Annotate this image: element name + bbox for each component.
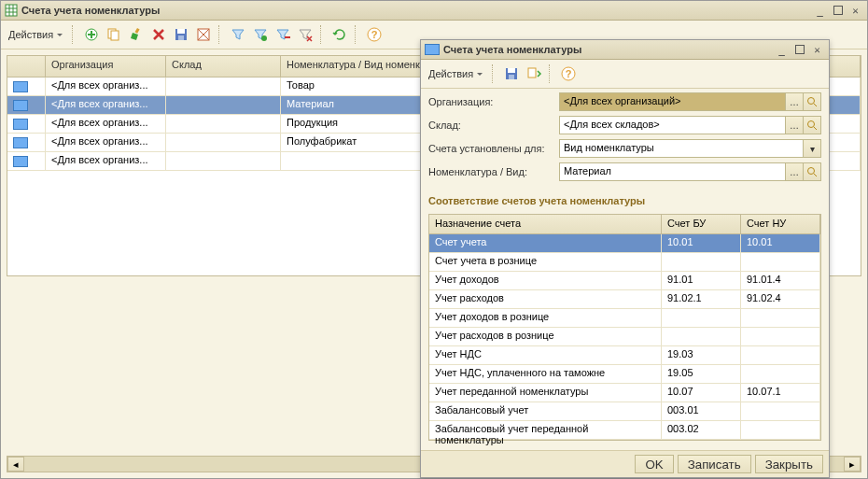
dlg-actions-menu[interactable]: Действия bbox=[425, 63, 486, 84]
svg-rect-4 bbox=[111, 31, 119, 40]
accounts-body[interactable]: Счет учета10.0110.01Счет учета в рознице… bbox=[429, 234, 820, 440]
cell-org: <Для всех организ... bbox=[46, 152, 166, 171]
nom-select-button[interactable]: … bbox=[786, 162, 804, 181]
nom-field[interactable]: Материал bbox=[559, 162, 786, 181]
row-icon bbox=[13, 137, 28, 148]
col-purpose[interactable]: Назначение счета bbox=[429, 215, 662, 233]
cell-org: <Для всех организ... bbox=[46, 115, 166, 134]
account-row[interactable]: Учет расходов91.02.191.02.4 bbox=[429, 290, 820, 309]
accounts-header: Назначение счета Счет БУ Счет НУ bbox=[429, 215, 820, 234]
help-icon[interactable]: ? bbox=[365, 24, 384, 45]
account-row[interactable]: Учет переданной номенклатуры10.0710.07.1 bbox=[429, 384, 820, 402]
dlg-footer: OK Записать Закрыть bbox=[421, 450, 829, 477]
account-row[interactable]: Учет доходов91.0191.01.4 bbox=[429, 272, 820, 290]
account-row[interactable]: Учет доходов в рознице bbox=[429, 309, 820, 328]
close-button[interactable]: ✕ bbox=[847, 4, 863, 18]
table-icon bbox=[5, 4, 18, 17]
dlg-minimize-button[interactable]: _ bbox=[774, 43, 790, 57]
svg-rect-7 bbox=[177, 29, 185, 34]
org-select-button[interactable]: … bbox=[786, 92, 804, 111]
col-wh[interactable]: Склад bbox=[166, 56, 281, 77]
cancel-button[interactable]: Закрыть bbox=[755, 455, 823, 473]
account-row[interactable]: Учет расходов в рознице bbox=[429, 328, 820, 346]
cell-bu: 003.01 bbox=[662, 402, 741, 421]
org-field[interactable]: <Для всех организаций> bbox=[559, 92, 786, 111]
dlg-toolbar: Действия ? bbox=[421, 60, 829, 89]
cell-bu: 91.02.1 bbox=[662, 290, 741, 309]
account-row[interactable]: Счет учета в рознице bbox=[429, 253, 820, 272]
svg-rect-13 bbox=[795, 46, 804, 54]
for-dropdown-button[interactable]: ▾ bbox=[804, 139, 821, 158]
minimize-button[interactable]: _ bbox=[812, 4, 828, 18]
main-title: Счета учета номенклатуры bbox=[21, 5, 160, 16]
cell-bu: 10.07 bbox=[662, 384, 741, 402]
col-nu[interactable]: Счет НУ bbox=[741, 215, 820, 233]
record-icon bbox=[425, 44, 440, 55]
wh-field[interactable]: <Для всех складов> bbox=[559, 116, 786, 134]
cell-wh bbox=[166, 134, 281, 152]
add-icon[interactable] bbox=[82, 24, 101, 45]
cell-purpose: Учет расходов bbox=[429, 290, 662, 309]
cell-purpose: Учет переданной номенклатуры bbox=[429, 384, 662, 402]
cell-purpose: Учет НДС, уплаченного на таможне bbox=[429, 365, 662, 384]
org-lookup-button[interactable] bbox=[804, 92, 821, 111]
filter-clear-icon[interactable] bbox=[296, 24, 315, 45]
cell-purpose: Счет учета bbox=[429, 234, 662, 253]
row-icon bbox=[13, 81, 28, 92]
account-row[interactable]: Счет учета10.0110.01 bbox=[429, 234, 820, 253]
dlg-close-button[interactable]: ✕ bbox=[809, 43, 825, 57]
cell-org: <Для всех организ... bbox=[46, 96, 166, 115]
wh-lookup-button[interactable] bbox=[804, 116, 821, 134]
cell-bu bbox=[662, 328, 741, 346]
cell-nu bbox=[741, 309, 820, 328]
svg-rect-1 bbox=[833, 7, 842, 15]
dlg-maximize-button[interactable] bbox=[791, 43, 807, 57]
cell-purpose: Учет доходов bbox=[429, 272, 662, 290]
account-row[interactable]: Забалансовый учет003.01 bbox=[429, 402, 820, 421]
dlg-title: Счета учета номенклатуры bbox=[443, 44, 581, 55]
filter1-icon[interactable] bbox=[229, 24, 247, 45]
nom-lookup-button[interactable] bbox=[804, 162, 821, 181]
cell-nu: 10.01 bbox=[741, 234, 820, 253]
wh-select-button[interactable]: … bbox=[786, 116, 804, 134]
svg-rect-8 bbox=[178, 35, 184, 40]
account-row[interactable]: Забалансовый учет переданной номенклатур… bbox=[429, 421, 820, 440]
account-row[interactable]: Учет НДС, уплаченного на таможне19.05 bbox=[429, 365, 820, 384]
refresh-icon[interactable] bbox=[330, 24, 349, 45]
save-button[interactable]: Записать bbox=[678, 455, 751, 473]
mark-icon[interactable] bbox=[194, 24, 213, 45]
ok-button[interactable]: OK bbox=[635, 455, 673, 473]
account-row[interactable]: Учет НДС19.03 bbox=[429, 346, 820, 365]
delete-icon[interactable] bbox=[149, 24, 168, 45]
for-field[interactable]: Вид номенклатуры bbox=[559, 139, 804, 158]
edit-icon[interactable] bbox=[127, 24, 146, 45]
dlg-titlebar: Счета учета номенклатуры _ ✕ bbox=[421, 40, 829, 60]
filter3-icon[interactable] bbox=[273, 24, 292, 45]
scroll-right-icon[interactable]: ▸ bbox=[844, 457, 861, 472]
scroll-left-icon[interactable]: ◂ bbox=[7, 457, 24, 472]
svg-rect-5 bbox=[135, 28, 140, 34]
row-icon bbox=[13, 100, 28, 111]
filter2-icon[interactable] bbox=[251, 24, 270, 45]
main-titlebar: Счета учета номенклатуры _ ✕ bbox=[1, 1, 867, 21]
save-icon[interactable] bbox=[172, 24, 190, 45]
dlg-save-icon[interactable] bbox=[502, 63, 521, 84]
row-icon bbox=[13, 119, 28, 130]
cell-wh bbox=[166, 96, 281, 115]
for-label: Счета установлены для: bbox=[428, 143, 559, 154]
actions-menu[interactable]: Действия bbox=[5, 24, 66, 45]
cell-org: <Для всех организ... bbox=[46, 134, 166, 152]
wh-label: Склад: bbox=[428, 120, 559, 131]
copy-icon[interactable] bbox=[105, 24, 123, 45]
maximize-button[interactable] bbox=[830, 4, 846, 18]
section-title: Соответствие счетов учета номенклатуры bbox=[428, 195, 821, 206]
cell-org: <Для всех организ... bbox=[46, 77, 166, 96]
cell-purpose: Учет доходов в рознице bbox=[429, 309, 662, 328]
dlg-help-icon[interactable]: ? bbox=[559, 63, 578, 84]
col-icon[interactable] bbox=[7, 56, 46, 77]
svg-rect-15 bbox=[508, 68, 515, 73]
col-org[interactable]: Организация bbox=[46, 56, 166, 77]
col-bu[interactable]: Счет БУ bbox=[662, 215, 741, 233]
cell-purpose: Учет расходов в рознице bbox=[429, 328, 662, 346]
dlg-nav-icon[interactable] bbox=[525, 63, 543, 84]
